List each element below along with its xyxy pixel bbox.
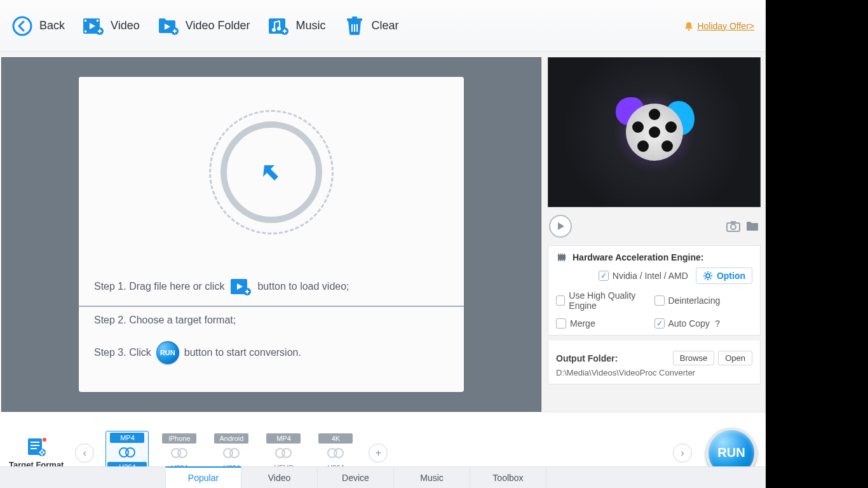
tab-video[interactable]: Video <box>241 467 318 488</box>
svg-point-36 <box>282 449 291 458</box>
chip-icon <box>556 252 567 262</box>
hw-title: Hardware Acceleration Engine: <box>573 252 703 262</box>
svg-point-34 <box>230 449 239 458</box>
drop-card: Step 1. Drag file here or click button t… <box>79 77 464 392</box>
target-format-icon <box>25 436 47 458</box>
svg-rect-13 <box>352 17 357 18</box>
folder-video-plus-icon <box>158 15 179 37</box>
format-strip: Target Format ‹ MP4H264iPhoneH264Android… <box>0 412 766 488</box>
drop-ring-icon <box>220 121 322 223</box>
run-inline-icon: RUN <box>156 341 179 364</box>
holiday-offer-link[interactable]: Holiday Offer> <box>684 21 754 31</box>
svg-point-30 <box>126 448 135 457</box>
clear-button[interactable]: Clear <box>344 15 399 37</box>
svg-rect-12 <box>347 18 362 21</box>
preview-pane <box>548 57 761 207</box>
arrow-upleft-icon <box>258 159 285 186</box>
svg-point-14 <box>688 29 690 30</box>
main-area: Step 1. Drag file here or click button t… <box>0 52 766 412</box>
help-icon[interactable]: ? <box>715 318 721 329</box>
trash-icon <box>344 15 365 37</box>
autocopy-checkbox[interactable]: ✓Auto Copy? <box>654 318 753 329</box>
format-next-button[interactable]: › <box>673 444 692 463</box>
preview-play-button[interactable] <box>549 215 572 238</box>
output-path: D:\Media\Videos\VideoProc Converter <box>556 368 752 377</box>
tab-popular[interactable]: Popular <box>165 466 241 488</box>
svg-point-28 <box>43 438 46 442</box>
camera-icon <box>726 220 740 232</box>
drop-target[interactable] <box>79 77 464 268</box>
video-plus-icon <box>83 15 104 37</box>
target-format-button[interactable]: Target Format <box>9 436 64 470</box>
format-prev-button[interactable]: ‹ <box>75 444 94 463</box>
holiday-offer-label: Holiday Offer> <box>697 21 754 31</box>
snapshot-folder-button[interactable] <box>745 220 759 232</box>
svg-rect-23 <box>31 442 39 443</box>
hq-engine-checkbox[interactable]: Use High Quality Engine <box>556 290 654 311</box>
hw-accel-panel: Hardware Acceleration Engine: ✓ Nvidia /… <box>548 245 761 336</box>
svg-rect-3 <box>85 30 86 32</box>
svg-rect-20 <box>558 255 566 260</box>
browse-button[interactable]: Browse <box>673 351 714 365</box>
svg-rect-4 <box>97 20 98 22</box>
folder-icon <box>745 220 759 232</box>
step1-text: Step 1. Drag file here or click button t… <box>79 268 464 306</box>
video-folder-label: Video Folder <box>186 19 250 32</box>
hw-option-button[interactable]: Option <box>696 268 752 284</box>
gear-icon <box>703 271 713 281</box>
svg-point-0 <box>13 17 31 35</box>
hw-gpu-checkbox[interactable]: ✓ Nvidia / Intel / AMD <box>599 271 688 281</box>
svg-point-18 <box>731 224 736 229</box>
clear-label: Clear <box>372 19 399 32</box>
play-icon <box>556 222 565 231</box>
toolbar: Back Video Video Folder Music Clear <box>0 0 766 52</box>
open-folder-button[interactable]: Open <box>718 351 752 365</box>
svg-point-9 <box>272 28 276 32</box>
back-arrow-icon <box>11 15 33 37</box>
svg-rect-19 <box>731 221 736 223</box>
preview-controls <box>548 212 761 240</box>
deinterlacing-checkbox[interactable]: Deinterlacing <box>654 290 753 311</box>
music-plus-icon <box>268 15 289 37</box>
tab-device[interactable]: Device <box>318 467 394 488</box>
app-logo-icon <box>626 104 683 161</box>
step2-text: Step 2. Choose a target format; <box>79 307 464 334</box>
svg-rect-25 <box>31 448 37 449</box>
svg-rect-24 <box>31 445 39 446</box>
tab-toolbox[interactable]: Toolbox <box>470 467 546 488</box>
music-label: Music <box>295 19 325 32</box>
add-music-button[interactable]: Music <box>268 15 325 37</box>
video-label: Video <box>111 19 140 32</box>
video-plus-inline-icon <box>229 275 252 298</box>
svg-rect-2 <box>85 20 86 22</box>
svg-point-32 <box>178 449 187 458</box>
output-folder-panel: Output Folder: Browse Open D:\Media\Vide… <box>548 341 761 384</box>
back-label: Back <box>39 19 65 32</box>
snapshot-button[interactable] <box>726 220 740 232</box>
add-video-button[interactable]: Video <box>83 15 140 37</box>
svg-point-21 <box>706 274 710 278</box>
step3-text: Step 3. Click RUN button to start conver… <box>79 334 464 372</box>
bell-icon <box>684 21 694 31</box>
output-folder-label: Output Folder: <box>556 353 618 363</box>
svg-point-38 <box>334 449 343 458</box>
tab-music[interactable]: Music <box>394 467 470 488</box>
format-category-tabs: PopularVideoDeviceMusicToolbox <box>0 466 766 488</box>
side-panel: Hardware Acceleration Engine: ✓ Nvidia /… <box>548 57 761 412</box>
add-video-folder-button[interactable]: Video Folder <box>158 15 250 37</box>
drop-zone-container: Step 1. Drag file here or click button t… <box>1 57 541 412</box>
back-button[interactable]: Back <box>11 15 65 37</box>
merge-checkbox[interactable]: Merge <box>556 318 654 329</box>
format-add-button[interactable]: + <box>369 444 388 463</box>
